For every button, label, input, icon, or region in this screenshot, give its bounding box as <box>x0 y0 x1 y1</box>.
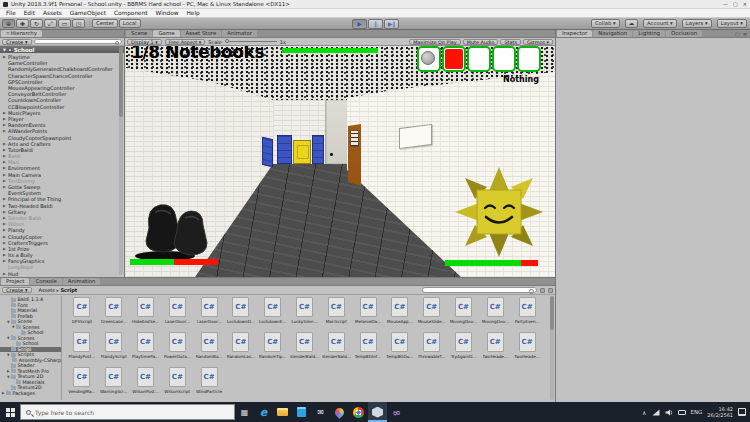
script-asset[interactable]: C#WarningScr... <box>98 367 130 394</box>
file-explorer-icon[interactable] <box>273 402 292 422</box>
scrollbar-thumb[interactable] <box>550 296 554 330</box>
account-dropdown[interactable]: Account ▾ <box>643 19 677 28</box>
tab-project[interactable]: Project <box>1 278 29 285</box>
script-asset[interactable]: C#TwoHeade... <box>479 332 511 359</box>
keyboard-icon[interactable] <box>678 410 686 415</box>
tab-occlusion[interactable]: Occlusion <box>666 30 702 37</box>
script-asset[interactable]: C#TryAgainO... <box>448 332 480 359</box>
collab-dropdown[interactable]: Collab ▾ <box>591 19 620 28</box>
script-asset[interactable]: C#TempBGOu... <box>384 332 416 359</box>
create-dropdown[interactable]: Create ▾ <box>2 39 32 45</box>
script-asset[interactable]: C#MouseSlide... <box>416 297 448 324</box>
script-asset[interactable]: C#VendingMa... <box>66 367 98 394</box>
script-asset[interactable]: C#WilsonPost... <box>130 367 162 394</box>
script-asset[interactable]: C#MovingDoo... <box>479 297 511 324</box>
tab-navigation[interactable]: Navigation <box>593 30 632 37</box>
script-asset[interactable]: C#HideAndSe... <box>130 297 162 324</box>
maximize-button[interactable]: ▢ <box>733 1 738 7</box>
tab-animator[interactable]: Animator <box>222 30 257 37</box>
statsbutton[interactable]: Stats <box>500 39 521 45</box>
script-asset[interactable]: C#WilsonScript <box>161 367 193 394</box>
script-asset[interactable]: C#PowerOuta... <box>161 332 193 359</box>
script-asset[interactable]: C#MouseApp... <box>384 297 416 324</box>
script-asset[interactable]: C#MelanieDa... <box>352 297 384 324</box>
tab-asset-store[interactable]: Asset Store <box>181 30 222 37</box>
project-folder[interactable]: ▶Packages <box>0 391 61 397</box>
script-asset[interactable]: C#GreenLase... <box>98 297 130 324</box>
scrollbar-thumb[interactable] <box>119 47 123 117</box>
task-view-icon[interactable]: ▦ <box>235 402 254 422</box>
language-indicator[interactable]: ENG <box>691 409 703 415</box>
transform-tool-icon[interactable]: ◳ <box>72 19 85 28</box>
script-asset[interactable]: C#RandomTip... <box>257 332 289 359</box>
maximize-on-playbutton[interactable]: Maximize On Play <box>409 39 460 45</box>
script-asset[interactable]: C#ThrowableT... <box>416 332 448 359</box>
chrome-icon[interactable] <box>349 402 368 422</box>
script-asset[interactable]: C#PlaytimePa... <box>130 332 162 359</box>
tab-game[interactable]: Game <box>153 30 179 37</box>
script-asset[interactable]: C#LockdownE... <box>257 297 289 324</box>
script-asset[interactable]: C#WindParticle <box>193 367 225 394</box>
menu-edit[interactable]: Edit <box>20 10 39 16</box>
layers-dropdown[interactable]: Layers ▾ <box>682 19 712 28</box>
start-button[interactable] <box>0 402 20 422</box>
project-search-input[interactable] <box>422 287 537 293</box>
script-asset[interactable]: C#RandomLas... <box>225 332 257 359</box>
lock-icon[interactable]: ▢ <box>735 31 740 37</box>
hidden-icons-chevron[interactable]: ∧ <box>642 409 646 416</box>
cloud-button[interactable]: ☁ <box>625 19 638 28</box>
menu-assets[interactable]: Assets <box>39 10 66 16</box>
store-icon[interactable] <box>292 402 311 422</box>
taskbar-search-input[interactable]: Type here to search <box>20 404 235 420</box>
tab-animation[interactable]: Animation <box>63 278 100 285</box>
volume-icon[interactable] <box>665 409 673 416</box>
breadcrumb-assets[interactable]: Assets <box>39 287 55 293</box>
rotate-tool-icon[interactable]: ↻ <box>30 19 43 28</box>
step-button[interactable]: ▶‖ <box>384 19 399 29</box>
script-asset[interactable]: C#LaserDoor... <box>193 297 225 324</box>
scale-slider-knob[interactable] <box>225 39 229 43</box>
scale-slider[interactable] <box>225 41 277 42</box>
script-asset[interactable]: C#TwoHeade... <box>511 332 543 359</box>
create-dropdown[interactable]: Create ▾ <box>2 287 32 293</box>
unity-icon[interactable] <box>368 402 387 422</box>
pause-button[interactable]: ‖ <box>368 19 383 29</box>
mail-icon[interactable]: ✉ <box>311 402 330 422</box>
menu-window[interactable]: Window <box>152 10 183 16</box>
game-render-area[interactable]: 1/8 Notebooks Nothing <box>125 46 555 277</box>
script-asset[interactable]: C#LockdownD... <box>225 297 257 324</box>
aspect-dropdown[interactable]: Free Aspect ▾ <box>165 39 206 45</box>
script-asset[interactable]: C#MovingDoo... <box>448 297 480 324</box>
hierarchy-search-input[interactable] <box>34 39 123 44</box>
script-asset[interactable]: C#GPSScript <box>66 297 98 324</box>
script-asset[interactable]: C#SlenderBald... <box>320 332 352 359</box>
close-button[interactable]: ✕ <box>743 1 747 7</box>
script-asset[interactable]: C#SlenderBald... <box>289 332 321 359</box>
layout-dropdown[interactable]: Layout ▾ <box>717 19 747 28</box>
menu-gameobject[interactable]: GameObject <box>66 10 110 16</box>
mute-audiobutton[interactable]: Mute Audio <box>463 39 499 45</box>
maps-icon[interactable] <box>330 402 349 422</box>
space-local-button[interactable]: Local <box>119 19 141 28</box>
menu-help[interactable]: Help <box>182 10 203 16</box>
scene-header[interactable]: ▼ School <box>0 46 124 53</box>
tab-console[interactable]: Console <box>30 278 61 285</box>
script-asset[interactable]: C#PlandyScript <box>98 332 130 359</box>
gizmos-button[interactable]: Gizmos ▾ <box>523 39 553 45</box>
asset-labels-icon[interactable] <box>540 288 545 293</box>
hierarchy-item[interactable]: ▶Hud <box>0 271 124 277</box>
script-asset[interactable]: C#RandomBa... <box>193 332 225 359</box>
project-scrollbar[interactable] <box>550 296 554 400</box>
tab-inspector[interactable]: Inspector <box>557 30 592 37</box>
scene-expand-arrow-icon[interactable]: ▼ <box>3 48 6 52</box>
script-asset[interactable]: C#LaserDoor... <box>161 297 193 324</box>
menu-file[interactable]: File <box>2 10 20 16</box>
tab-lighting[interactable]: Lighting <box>633 30 665 37</box>
script-asset[interactable]: C#LuckySilen... <box>289 297 321 324</box>
play-button[interactable]: ▶ <box>352 19 367 29</box>
network-icon[interactable] <box>652 409 660 416</box>
hierarchy-item[interactable]: RandomlyGeneratedChalkboardController <box>0 66 124 72</box>
panel-menu-icon[interactable]: ≡ <box>743 31 747 37</box>
scale-tool-icon[interactable]: ⤢ <box>44 19 57 28</box>
rect-tool-icon[interactable]: ▭ <box>58 19 71 28</box>
